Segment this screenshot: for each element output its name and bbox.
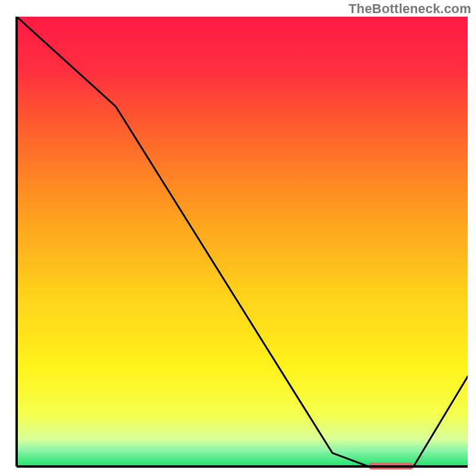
- plot-background: [17, 17, 468, 466]
- bottleneck-chart: [0, 0, 476, 476]
- chart-container: { "watermark": "TheBottleneck.com", "col…: [0, 0, 476, 476]
- watermark-label: TheBottleneck.com: [349, 1, 471, 17]
